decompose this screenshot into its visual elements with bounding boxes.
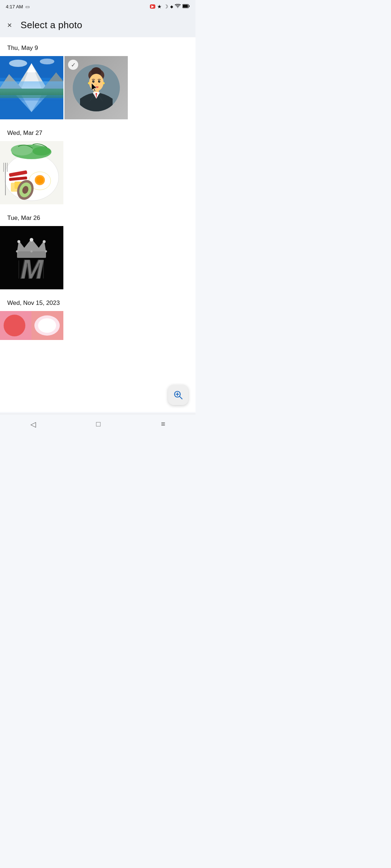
svg-rect-17 [0, 95, 63, 98]
home-button[interactable]: □ [89, 417, 108, 431]
svg-point-53 [30, 238, 33, 242]
recents-button[interactable]: ≡ [154, 417, 173, 431]
svg-point-34 [33, 147, 51, 156]
photo-grid-may9: ✓ [0, 56, 196, 122]
status-time: 4:17 AM [6, 4, 23, 9]
photo-grid-mar26: M M [0, 226, 196, 292]
signal-icon: ◆ [170, 4, 173, 9]
zoom-fab[interactable] [168, 385, 188, 405]
date-section-mar27: Wed, Mar 27 [0, 122, 196, 207]
photo-list: Thu, May 9 [0, 37, 196, 412]
photo-partial[interactable] [0, 311, 63, 340]
svg-point-55 [16, 250, 18, 252]
svg-point-5 [9, 60, 27, 67]
svg-rect-2 [183, 5, 188, 8]
header: × Select a photo [0, 13, 196, 37]
close-button[interactable]: × [7, 21, 12, 29]
svg-point-64 [4, 315, 25, 336]
svg-rect-1 [189, 5, 190, 7]
wifi-icon [175, 4, 181, 9]
bluetooth-icon: ★ [157, 4, 162, 9]
photo-avatar[interactable]: ✓ [64, 56, 128, 119]
date-section-may9: Thu, May 9 [0, 37, 196, 122]
date-label-nov2023: Wed, Nov 15, 2023 [0, 292, 196, 311]
avatar-circle [73, 64, 120, 111]
svg-point-57 [45, 250, 47, 252]
svg-point-6 [40, 59, 54, 64]
svg-point-25 [99, 81, 100, 81]
zoom-in-icon [173, 390, 183, 400]
photo-mountain[interactable] [0, 56, 63, 119]
photo-grid-mar27 [0, 141, 196, 207]
photo-grid-nov2023 [0, 311, 196, 343]
svg-point-26 [96, 84, 97, 85]
selection-check: ✓ [68, 60, 78, 70]
svg-point-28 [102, 82, 105, 84]
svg-point-21 [89, 74, 104, 91]
svg-point-23 [98, 80, 100, 82]
svg-point-66 [38, 318, 56, 333]
date-label-mar27: Wed, Mar 27 [0, 122, 196, 141]
battery-icon [182, 4, 190, 9]
svg-text:M: M [20, 254, 43, 284]
svg-point-56 [30, 250, 33, 252]
photo-food[interactable] [0, 141, 63, 204]
svg-line-68 [180, 396, 182, 399]
svg-rect-12 [0, 89, 63, 96]
video-camera-icon: ▭ [25, 4, 30, 9]
status-bar: 4:17 AM ▭ ▶ ★ ☽ ◆ [0, 0, 196, 13]
page-title: Select a photo [21, 20, 82, 31]
photo-crown-m[interactable]: M M [0, 226, 63, 289]
back-button[interactable]: ◁ [23, 417, 43, 431]
crown-m-image: M M [0, 226, 63, 289]
date-section-mar26: Tue, Mar 26 [0, 207, 196, 292]
moon-icon: ☽ [164, 4, 168, 9]
svg-point-22 [92, 80, 94, 82]
bottom-navigation: ◁ □ ≡ [0, 414, 196, 434]
date-label-mar26: Tue, Mar 26 [0, 207, 196, 226]
svg-point-54 [43, 240, 46, 243]
svg-point-27 [88, 82, 90, 84]
recording-badge: ▶ [150, 4, 155, 9]
mountain-image [0, 56, 63, 119]
svg-point-24 [93, 81, 94, 81]
status-icons: ▶ ★ ☽ ◆ [150, 4, 190, 9]
date-label-may9: Thu, May 9 [0, 37, 196, 56]
svg-point-52 [17, 240, 20, 243]
date-section-nov2023: Wed, Nov 15, 2023 [0, 292, 196, 343]
svg-point-37 [36, 176, 43, 184]
